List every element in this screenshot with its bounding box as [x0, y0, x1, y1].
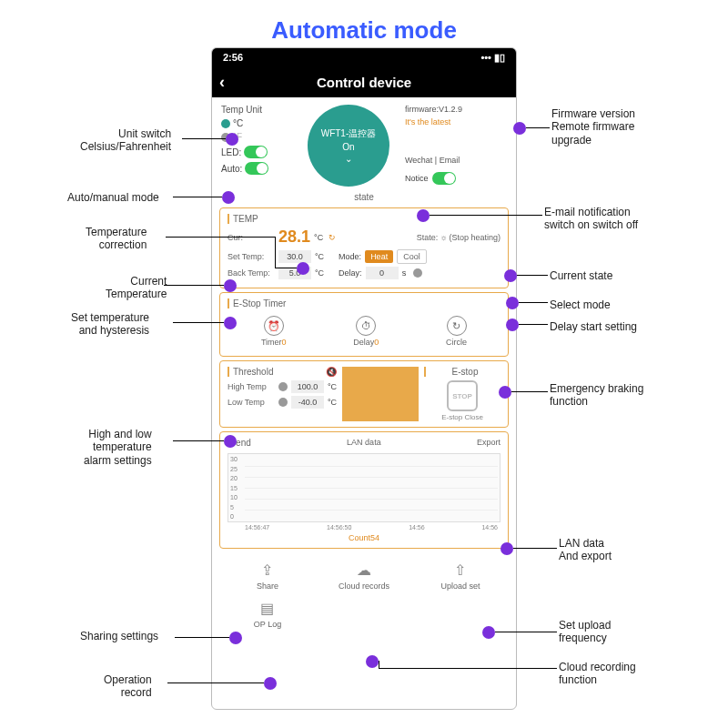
estop-timer-card: E-Stop Timer ⏰Timer0 ⏱Delay0 ↻Circle — [219, 292, 509, 357]
estop-button[interactable]: STOP — [447, 380, 478, 411]
cur-temp-unit: °C — [314, 233, 323, 242]
high-temp-input[interactable]: 100.0 — [291, 380, 324, 393]
oplog-button[interactable]: ▤OP Log — [219, 594, 316, 632]
delay-label: Delay: — [339, 268, 362, 278]
share-icon: ⇪ — [258, 560, 278, 580]
chart-plot-area — [245, 456, 498, 520]
ann-settemp: Set temperature and hysteresis — [71, 311, 149, 338]
unit-c-radio[interactable] — [221, 119, 230, 128]
count-label: Count54 — [228, 533, 500, 542]
bottom-grid: ⇪Share ☁Cloud records ⇧Upload set ▤OP Lo… — [212, 552, 516, 636]
estop-timer-title: E-Stop Timer — [228, 298, 500, 308]
mode-label: Mode: — [339, 252, 361, 261]
low-temp-label: Low Temp — [228, 398, 275, 407]
temp-card: TEMP Cur: 28.1 °C ↻ State: ☼ (Stop heati… — [219, 207, 509, 288]
notice-label: Notice — [405, 174, 429, 183]
led-label: LED: — [221, 147, 241, 157]
export-button[interactable]: Export — [477, 438, 500, 451]
circle-button[interactable]: ↻Circle — [446, 316, 467, 347]
ann-delay: Delay start setting — [550, 320, 637, 333]
trend-chart[interactable]: 302520151050 14:56:4714:56:5014:5614:56 — [228, 453, 500, 522]
ann-cloudrec: Cloud recording function — [559, 661, 636, 687]
upload-icon: ⇧ — [450, 560, 470, 580]
header-title: Control device — [317, 75, 411, 90]
delay-check-icon[interactable] — [413, 268, 422, 278]
timer-button[interactable]: ⏰Timer0 — [261, 316, 287, 347]
status-bar: 2:56 ••• ▮▯ — [212, 48, 516, 66]
wechat-email-label: Wechat | Email — [405, 156, 460, 165]
share-button[interactable]: ⇪Share — [219, 556, 316, 594]
mode-cool-button[interactable]: Cool — [397, 249, 427, 264]
ann-oprec: Operation record — [104, 673, 152, 700]
ann-automanual: Auto/manual mode — [67, 191, 159, 204]
upload-set-button[interactable]: ⇧Upload set — [412, 556, 509, 594]
delay-input[interactable]: 0 — [366, 267, 399, 279]
lan-data-button[interactable]: LAN data — [347, 438, 381, 451]
cur-temp-value: 28.1 — [278, 228, 310, 247]
state-label: state — [212, 190, 516, 204]
status-time: 2:56 — [223, 52, 243, 63]
low-temp-input[interactable]: -40.0 — [291, 396, 324, 409]
temp-edit-icon[interactable]: ↻ — [329, 233, 336, 242]
ann-selmode: Select mode — [550, 298, 611, 311]
status-icons: ••• ▮▯ — [480, 52, 505, 64]
led-toggle[interactable] — [244, 146, 268, 158]
ann-unit: Unit switch Celsius/Fahrenheit — [80, 127, 171, 154]
chart-y-axis: 302520151050 — [230, 454, 245, 521]
firmware-latest: It's the latest — [405, 117, 450, 126]
device-state: On — [342, 142, 354, 152]
delay-unit: s — [402, 268, 407, 278]
mute-icon[interactable]: 🔇 — [326, 367, 337, 377]
ann-uploadfreq: Set upload frequency — [559, 619, 611, 645]
trend-card: Trend LAN data Export 302520151050 14:56… — [219, 431, 509, 549]
set-temp-label: Set Temp: — [228, 252, 275, 261]
ann-ebrake: Emergency braking function — [550, 382, 643, 409]
cloud-icon: ☁ — [354, 560, 374, 580]
top-section: Temp Unit °C °F LED: Auto: WFT1-温控器 On ⌄… — [212, 97, 516, 190]
high-temp-check[interactable] — [278, 382, 288, 391]
ann-tempcorr: Temperature correction — [86, 226, 147, 252]
device-circle[interactable]: WFT1-温控器 On ⌄ — [308, 105, 389, 187]
state-row: State: ☼ (Stop heating) — [417, 233, 500, 242]
threshold-title: Threshold — [233, 367, 273, 377]
ann-fw: Firmware version Remote firmware upgrade — [551, 107, 635, 147]
temp-unit-label: Temp Unit — [221, 105, 292, 115]
cloud-records-button[interactable]: ☁Cloud records — [316, 556, 412, 594]
notice-toggle[interactable] — [432, 172, 456, 185]
ann-curstate: Current state — [550, 269, 612, 282]
back-temp-label: Back Temp: — [228, 268, 275, 278]
timer-icon: ⏱ — [356, 316, 376, 336]
delay-button[interactable]: ⏱Delay0 — [353, 316, 379, 347]
ann-sharing: Sharing settings — [80, 630, 158, 642]
estop-title: E-stop — [424, 367, 500, 377]
clock-icon: ⏰ — [264, 316, 284, 336]
unit-c-label: °C — [233, 118, 243, 128]
chart-x-axis: 14:56:4714:56:5014:5614:56 — [245, 524, 498, 531]
app-header: ‹ Control device — [212, 66, 516, 97]
auto-toggle[interactable] — [245, 162, 268, 175]
low-temp-check[interactable] — [278, 398, 288, 407]
threshold-card: Threshold🔇 High Temp100.0°C Low Temp-40.… — [219, 360, 509, 428]
page-title: Automatic mode — [0, 16, 728, 45]
ann-email: E-mail notification switch on switch off — [544, 206, 638, 232]
back-button[interactable]: ‹ — [219, 73, 225, 92]
ann-alarm: High and low temperature alarm settings — [84, 428, 152, 467]
firmware-label: firmware:V1.2.9 — [405, 105, 462, 114]
cycle-icon: ↻ — [447, 316, 467, 336]
set-temp-input[interactable]: 30.0 — [278, 250, 311, 263]
device-expand-icon: ⌄ — [345, 154, 352, 164]
phone-frame: 2:56 ••• ▮▯ ‹ Control device Temp Unit °… — [211, 47, 517, 710]
estop-close-label: E-stop Close — [424, 413, 500, 421]
high-temp-label: High Temp — [228, 382, 275, 391]
ann-lan: LAN data And export — [559, 537, 612, 563]
auto-label: Auto: — [221, 164, 242, 174]
mode-heat-button[interactable]: Heat — [365, 250, 393, 263]
log-icon: ▤ — [258, 598, 278, 618]
ann-curtemp: Current Temperature — [106, 275, 167, 301]
sun-icon: ☼ — [440, 233, 447, 242]
device-name: WFT1-温控器 — [321, 127, 377, 140]
